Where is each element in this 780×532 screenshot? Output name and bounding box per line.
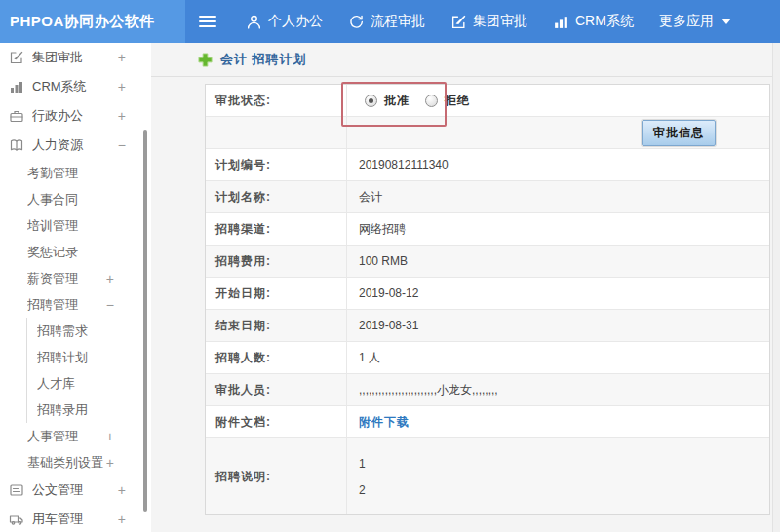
reject-radio-label[interactable]: 拒绝	[445, 93, 470, 109]
bar-chart-icon	[553, 14, 569, 30]
row-label: 附件文档:	[206, 406, 347, 437]
expand-toggle[interactable]: +	[106, 455, 114, 471]
sidebar-item-recruit-plan[interactable]: 招聘计划	[26, 344, 151, 370]
edit-square-icon	[9, 50, 24, 65]
nav-more-apps[interactable]: 更多应用	[659, 13, 731, 30]
process-icon	[348, 14, 365, 30]
approval-status-radio-group: 批准 拒绝	[365, 93, 486, 109]
row-value: 附件下载	[347, 406, 769, 437]
row-value: 审批信息	[347, 117, 769, 148]
expand-toggle[interactable]: +	[118, 108, 126, 124]
caret-down-icon	[722, 19, 731, 24]
sidebar-item-document-mgmt[interactable]: 公文管理 +	[0, 475, 151, 505]
recruit-plan-detail-table: 审批状态: 批准 拒绝 审批信息 计划编号	[205, 84, 770, 515]
table-row-attachment: 附件文档: 附件下载	[206, 406, 769, 438]
table-row-start-date: 开始日期: 2019-08-12	[206, 278, 769, 310]
table-row-end-date: 结束日期: 2019-08-31	[206, 310, 769, 342]
row-value: ,,,,,,,,,,,,,,,,,,,,,,,,小龙女,,,,,,,,	[347, 374, 769, 405]
row-label: 招聘说明:	[206, 438, 347, 514]
sidebar-item-attendance[interactable]: 考勤管理	[0, 160, 151, 186]
hamburger-menu-icon[interactable]	[199, 16, 216, 27]
expand-toggle[interactable]: +	[118, 50, 126, 65]
sidebar: 集团审批 + CRM系统 + 行政办公 + 人力资源 − 考勤管理	[0, 43, 151, 532]
sidebar-item-vehicle-mgmt[interactable]: 用车管理 +	[0, 505, 151, 532]
top-navigation: 个人办公 流程审批 集团审批 CRM系统 更多应用	[246, 13, 731, 30]
table-row-channel: 招聘渠道: 网络招聘	[206, 213, 769, 246]
attachment-download-link[interactable]: 附件下载	[359, 414, 410, 431]
row-label	[206, 117, 347, 148]
table-row-approvers: 审批人员: ,,,,,,,,,,,,,,,,,,,,,,,,小龙女,,,,,,,…	[206, 374, 769, 406]
reject-radio[interactable]	[425, 95, 438, 107]
app-logo: PHPOA协同办公软件	[0, 0, 185, 43]
approve-info-button[interactable]: 审批信息	[642, 120, 716, 146]
page-scrollbar[interactable]	[772, 43, 780, 532]
row-value: 2019-08-31	[347, 310, 769, 341]
sidebar-item-base-category[interactable]: 基础类别设置 +	[0, 449, 151, 475]
table-row-description: 招聘说明: 1 2	[206, 438, 769, 514]
row-value: 网络招聘	[347, 213, 769, 245]
row-value: 会计	[347, 181, 769, 212]
sidebar-item-salary[interactable]: 薪资管理 +	[0, 265, 151, 291]
sidebar-item-training[interactable]: 培训管理	[0, 212, 151, 239]
row-label: 招聘人数:	[206, 342, 347, 373]
book-icon	[9, 137, 24, 153]
nav-label: 更多应用	[659, 13, 714, 30]
sidebar-item-hr-contract[interactable]: 人事合同	[0, 186, 151, 212]
approve-radio[interactable]	[365, 95, 377, 107]
sidebar-item-personnel-mgmt[interactable]: 人事管理 +	[0, 423, 151, 449]
row-value: 100 RMB	[347, 246, 769, 277]
approve-radio-label[interactable]: 批准	[384, 93, 410, 109]
row-value: 2019-08-12	[347, 278, 769, 309]
table-row-plan-number: 计划编号: 20190812111340	[206, 149, 769, 181]
sidebar-item-admin-office[interactable]: 行政办公 +	[0, 101, 151, 131]
row-label: 开始日期:	[206, 278, 347, 309]
row-label: 结束日期:	[206, 310, 347, 341]
sidebar-item-talent-pool[interactable]: 人才库	[26, 370, 151, 397]
nav-crm-system[interactable]: CRM系统	[553, 13, 634, 30]
table-row-submit: 审批信息	[206, 117, 769, 149]
nav-label: CRM系统	[575, 13, 634, 30]
expand-toggle[interactable]: +	[106, 271, 114, 286]
description-line: 2	[359, 483, 366, 497]
briefcase-icon	[9, 108, 24, 124]
expand-toggle[interactable]: +	[118, 512, 126, 527]
collapse-toggle[interactable]: −	[106, 297, 114, 313]
expand-toggle[interactable]: +	[118, 79, 126, 95]
nav-label: 流程审批	[370, 13, 425, 30]
nav-group-approval[interactable]: 集团审批	[450, 13, 527, 30]
sidebar-item-recruit-hire[interactable]: 招聘录用	[26, 397, 151, 423]
app-window: PHPOA协同办公软件 个人办公 流程审批 集团审批	[0, 0, 780, 532]
nav-label: 集团审批	[473, 13, 527, 30]
row-label: 招聘费用:	[206, 246, 347, 277]
sidebar-scrollbar-thumb[interactable]	[143, 130, 147, 512]
bar-chart-icon	[9, 79, 24, 95]
row-value: 1 2	[347, 438, 769, 514]
truck-icon	[9, 512, 24, 527]
row-label: 审批状态:	[206, 85, 347, 116]
nav-process-approval[interactable]: 流程审批	[348, 13, 425, 30]
row-label: 审批人员:	[206, 374, 347, 405]
nav-personal-office[interactable]: 个人办公	[246, 13, 323, 30]
row-label: 计划编号:	[206, 149, 347, 180]
sidebar-item-hr[interactable]: 人力资源 −	[0, 131, 151, 160]
expand-toggle[interactable]: +	[106, 429, 114, 444]
user-icon	[246, 14, 262, 30]
page-header: 会计 招聘计划	[151, 43, 780, 77]
sidebar-item-rewards[interactable]: 奖惩记录	[0, 239, 151, 265]
table-row-status: 审批状态: 批准 拒绝	[206, 85, 769, 117]
nav-label: 个人办公	[268, 13, 323, 30]
sidebar-item-recruit-mgmt[interactable]: 招聘管理 −	[0, 291, 151, 318]
sidebar-item-group-approval[interactable]: 集团审批 +	[0, 43, 151, 72]
expand-toggle[interactable]: +	[118, 482, 126, 498]
table-row-plan-name: 计划名称: 会计	[206, 181, 769, 213]
sidebar-item-crm[interactable]: CRM系统 +	[0, 72, 151, 101]
page-title: 会计 招聘计划	[220, 51, 307, 68]
row-value: 20190812111340	[347, 149, 769, 180]
plus-icon	[198, 53, 213, 67]
description-line: 1	[359, 457, 366, 471]
row-value: 批准 拒绝	[347, 85, 769, 116]
topbar: PHPOA协同办公软件 个人办公 流程审批 集团审批	[0, 0, 780, 43]
collapse-toggle[interactable]: −	[118, 137, 126, 153]
edit-square-icon	[450, 14, 467, 30]
sidebar-item-recruit-demand[interactable]: 招聘需求	[26, 318, 151, 344]
